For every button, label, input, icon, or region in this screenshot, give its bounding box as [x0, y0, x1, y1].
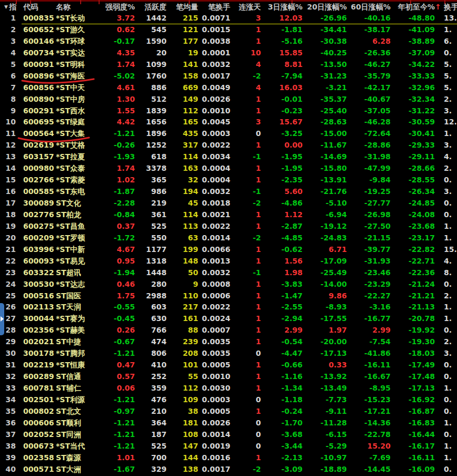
consecutive-days-value: -1 — [232, 151, 261, 163]
turnover-per-trade-value: 0.0018 — [199, 198, 230, 209]
stock-row-600856[interactable]: 7600856*ST中天4.618866690.0049416.03-3.21-… — [0, 82, 457, 94]
stock-row-000571[interactable]: 40000571ST大洲-1.673291380.0017-2-3.09-18.… — [0, 464, 457, 475]
stock-row-000673[interactable]: 38000673*ST当代-1.215251470.00190-3.44-5.2… — [0, 441, 457, 452]
chg-20d-value: -13.92 — [300, 371, 347, 383]
chg-60d-value: -39.77 — [344, 244, 391, 256]
stock-code: 603157 — [23, 151, 56, 163]
column-header-avg-volume[interactable]: 笔均量 — [169, 2, 198, 13]
chg-20d-value: -26.96 — [300, 13, 347, 24]
stock-row-300044[interactable]: 27300044*ST赛为-0.456301610.00241-2.94-17.… — [0, 313, 457, 325]
row-index: 24 — [0, 279, 16, 290]
sort-ascending-icon[interactable]: ↑ — [435, 2, 441, 13]
stock-row-002776[interactable]: 18002776ST柏龙-0.843611140.002111.12-6.94-… — [0, 209, 457, 221]
chg-60d-value: 15.20 — [344, 441, 391, 452]
stock-code: 000673 — [23, 441, 56, 452]
stock-row-600896[interactable]: 6600896*ST海医-5.0217601580.0017-2-7.94-31… — [0, 71, 457, 82]
column-header-chg-3d[interactable]: 3日涨幅% — [261, 2, 303, 13]
activity-value: 886 — [137, 82, 167, 94]
stock-row-600695[interactable]: 10600695*ST绿庭4.4216561650.0045315.67-28.… — [0, 116, 457, 128]
turnover-per-trade-value: 0.0013 — [199, 256, 230, 267]
consecutive-days-value: -2 — [232, 198, 261, 209]
consecutive-days-value: 1 — [232, 325, 261, 336]
stock-row-002356[interactable]: 28002356*ST赫美0.26766880.000712.991.972.9… — [0, 325, 457, 336]
stock-row-002358[interactable]: 39002358ST森源1.017001440.00161-2.13-10.97… — [0, 452, 457, 464]
stock-row-300178[interactable]: 30300178*ST腾邦-1.218062080.00350-4.47-17.… — [0, 348, 457, 360]
turnover-per-trade-value: 0.0004 — [199, 174, 230, 186]
stock-row-600275[interactable]: 19600275*ST昌鱼0.375251130.00221-2.87-19.1… — [0, 221, 457, 232]
stock-row-600652[interactable]: 2600652*ST游久0.625451210.00151-1.81-34.41… — [0, 24, 457, 36]
stock-row-600781[interactable]: 33600781ST辅仁0.063591120.00301-1.34-13.49… — [0, 383, 457, 394]
stock-row-002766[interactable]: 15002766*ST索菱1.02365320.00041-2.35-13.91… — [0, 174, 457, 186]
activity-value: 187 — [137, 429, 167, 441]
consecutive-days-value: -1 — [232, 186, 261, 198]
stock-row-600146[interactable]: 3600146*ST环球-0.1715901770.00381-5.16-30.… — [0, 36, 457, 47]
turnover-value-clipped: 6. — [444, 36, 457, 47]
stock-row-000564[interactable]: 11000564*ST大集-1.2118964350.00030-3.25-15… — [0, 128, 457, 140]
avg-volume-value: 199 — [169, 244, 198, 256]
stock-row-002052[interactable]: 37002052ST同洲-1.211871080.00140-3.68-6.15… — [0, 429, 457, 441]
stock-row-600291[interactable]: 9600291*ST西水1.5518391120.00101-0.23-25.4… — [0, 105, 457, 117]
stock-row-000585[interactable]: 16000585*ST东电-1.879861940.0032-15.60-21.… — [0, 186, 457, 198]
expand-arrow-icon — [1, 316, 4, 322]
stock-row-002219[interactable]: 31002219*ST恒康0.474101010.00051-0.660.33-… — [0, 360, 457, 371]
panel-toggle-tab[interactable] — [0, 303, 4, 335]
stock-row-000516[interactable]: 25000516ST国医1.7529881100.00061-1.479.86-… — [0, 290, 457, 302]
stock-row-002619[interactable]: 12002619*ST艾格-0.2612523170.002210.00-11.… — [0, 140, 457, 151]
column-header-code[interactable]: 代码 — [23, 2, 56, 13]
stock-row-603322[interactable]: 23603322ST超讯-1.941448500.0032-11.98-25.4… — [0, 267, 457, 279]
chg-60d-value: -46.27 — [344, 59, 391, 71]
stock-row-000802[interactable]: 35000802ST北文-0.97210380.00051-0.24-9.11-… — [0, 406, 457, 417]
row-index: 32 — [0, 371, 16, 383]
stock-code: 600781 — [23, 383, 56, 394]
chg-3d-value: -2.94 — [261, 313, 303, 325]
stock-row-300530[interactable]: 24300530*ST达志0.4628090.00081-3.83-14.00-… — [0, 279, 457, 290]
column-header-chg-60d[interactable]: 60日涨幅% — [344, 2, 391, 13]
chg-20d-value: 9.86 — [300, 290, 347, 302]
stock-row-000980[interactable]: 14000980*ST众泰1.7433781630.00041-1.95-15.… — [0, 163, 457, 174]
stock-row-000606[interactable]: 36000606ST顺利-1.213641810.00260-1.70-11.2… — [0, 417, 457, 429]
turnover-per-trade-value: 0.0019 — [199, 441, 230, 452]
column-header-consecutive-days[interactable]: 连涨天 — [232, 2, 261, 13]
chg-3d-value: 12.03 — [261, 13, 303, 24]
stock-row-600289[interactable]: 32600289ST信通0.57252550.00101-1.16-13.92-… — [0, 371, 457, 383]
chg-60d-value: -46.28 — [344, 116, 391, 128]
chg-60d-value: -3.16 — [344, 302, 391, 313]
stock-code: 600896 — [23, 71, 56, 82]
stock-row-603157[interactable]: 13603157*ST拉夏-1.936181140.0034-1-1.95-14… — [0, 151, 457, 163]
stock-row-600093[interactable]: 22600093*ST易见0.9513181480.001311.56-17.0… — [0, 256, 457, 267]
stock-row-600209[interactable]: 20600209*ST罗顿-1.72550630.0014-2-4.85-24.… — [0, 232, 457, 244]
activity-value: 210 — [137, 406, 167, 417]
column-header-activity[interactable]: 活跃度 — [137, 2, 167, 13]
stock-row-002021[interactable]: 29002021ST中捷-0.674742390.00351-0.54-20.0… — [0, 336, 457, 348]
turnover-per-trade-value: 0.0022 — [199, 221, 230, 232]
turnover-value-clipped: 0. — [444, 464, 457, 475]
stock-row-002501[interactable]: 34002501*ST利源-1.214761090.00030-1.18-7.7… — [0, 394, 457, 406]
activity-value: 1252 — [137, 140, 167, 151]
stock-row-600091[interactable]: 5600091*ST明科1.7410991410.003248.81-13.50… — [0, 59, 457, 71]
activity-value: 1442 — [137, 13, 167, 24]
stock-code: 600652 — [23, 24, 56, 36]
stock-row-300089[interactable]: 17300089ST文化-2.28219450.0018-2-4.86-5.10… — [0, 198, 457, 209]
turnover-per-trade-value: 0.0032 — [199, 186, 230, 198]
strength-value: 0.95 — [93, 256, 135, 267]
stock-row-002113[interactable]: 26002113ST天润-0.556032170.00221-2.55-8.93… — [0, 302, 457, 313]
column-header-index[interactable]: ▼指 — [4, 2, 25, 13]
activity-value: 410 — [137, 360, 167, 371]
column-header-ytd[interactable]: 年初至今% — [388, 2, 435, 13]
column-header-turnover-per-trade[interactable]: 笔换手 — [199, 2, 230, 13]
strength-value: 1.01 — [93, 452, 135, 464]
column-header-turnover[interactable]: 换手 — [444, 2, 457, 13]
stock-row-600890[interactable]: 8600890*ST中房1.305121490.00261-0.01-35.37… — [0, 94, 457, 105]
column-header-strength[interactable]: 强弱度% — [93, 2, 135, 13]
chg-20d-value: -17.55 — [300, 313, 347, 325]
activity-value: 365 — [137, 174, 167, 186]
activity-value: 618 — [137, 151, 167, 163]
turnover-value-clipped: 0. — [444, 279, 457, 290]
stock-row-603996[interactable]: 21603996*ST中新4.6711771990.00661-0.626.71… — [0, 244, 457, 256]
stock-row-000835[interactable]: 1000835*ST长动3.7214422150.0071312.03-26.9… — [0, 13, 457, 24]
column-header-chg-20d[interactable]: 20日涨幅% — [300, 2, 347, 13]
stock-row-600734[interactable]: 4600734*ST实达4.3520190.00011015.85-40.25-… — [0, 47, 457, 59]
turnover-value-clipped: 3. — [444, 140, 457, 151]
ytd-value: -30.59 — [388, 116, 435, 128]
row-index: 35 — [0, 406, 16, 417]
